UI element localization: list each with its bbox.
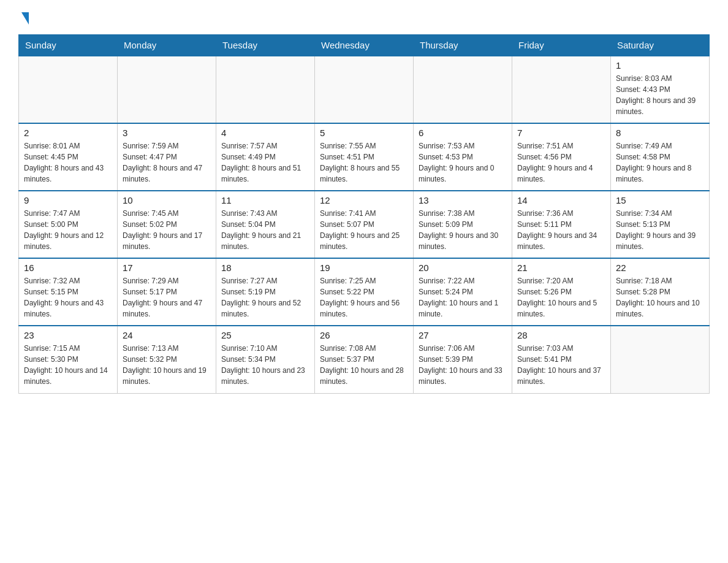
day-sun-info: Sunrise: 7:25 AMSunset: 5:22 PMDaylight:… xyxy=(320,275,408,320)
calendar-week-row: 1Sunrise: 8:03 AMSunset: 4:43 PMDaylight… xyxy=(19,56,710,123)
day-number: 6 xyxy=(419,128,507,138)
day-sun-info: Sunrise: 7:13 AMSunset: 5:32 PMDaylight:… xyxy=(123,343,211,387)
calendar-day-cell: 18Sunrise: 7:27 AMSunset: 5:19 PMDayligh… xyxy=(216,258,315,326)
day-sun-info: Sunrise: 7:15 AMSunset: 5:30 PMDaylight:… xyxy=(24,343,112,387)
day-sun-info: Sunrise: 7:29 AMSunset: 5:17 PMDaylight:… xyxy=(123,275,211,320)
calendar-day-cell: 22Sunrise: 7:18 AMSunset: 5:28 PMDayligh… xyxy=(611,258,710,326)
day-sun-info: Sunrise: 7:08 AMSunset: 5:37 PMDaylight:… xyxy=(320,343,408,387)
day-number: 18 xyxy=(221,262,309,273)
calendar-day-cell: 13Sunrise: 7:38 AMSunset: 5:09 PMDayligh… xyxy=(414,191,512,258)
day-number: 12 xyxy=(320,195,408,205)
calendar-day-cell: 12Sunrise: 7:41 AMSunset: 5:07 PMDayligh… xyxy=(315,191,414,258)
calendar-day-cell: 2Sunrise: 8:01 AMSunset: 4:45 PMDaylight… xyxy=(19,123,118,191)
day-number: 28 xyxy=(517,330,605,340)
day-of-week-header: Friday xyxy=(512,35,611,56)
calendar-week-row: 9Sunrise: 7:47 AMSunset: 5:00 PMDaylight… xyxy=(19,191,710,258)
calendar-day-cell xyxy=(414,56,512,123)
day-number: 26 xyxy=(320,330,408,340)
calendar-day-cell: 16Sunrise: 7:32 AMSunset: 5:15 PMDayligh… xyxy=(19,258,118,326)
calendar-day-cell: 23Sunrise: 7:15 AMSunset: 5:30 PMDayligh… xyxy=(19,326,118,393)
calendar-day-cell: 28Sunrise: 7:03 AMSunset: 5:41 PMDayligh… xyxy=(512,326,611,393)
day-of-week-header: Wednesday xyxy=(315,35,414,56)
calendar-table: SundayMondayTuesdayWednesdayThursdayFrid… xyxy=(18,34,710,394)
day-sun-info: Sunrise: 7:18 AMSunset: 5:28 PMDaylight:… xyxy=(616,275,704,320)
day-number: 21 xyxy=(517,262,605,273)
calendar-day-cell xyxy=(118,56,216,123)
calendar-week-row: 16Sunrise: 7:32 AMSunset: 5:15 PMDayligh… xyxy=(19,258,710,326)
calendar-day-cell xyxy=(19,56,118,123)
day-number: 3 xyxy=(123,128,211,138)
day-sun-info: Sunrise: 7:38 AMSunset: 5:09 PMDaylight:… xyxy=(419,208,507,252)
calendar-day-cell xyxy=(315,56,414,123)
day-number: 1 xyxy=(616,60,704,71)
day-of-week-header: Thursday xyxy=(414,35,512,56)
calendar-day-cell: 26Sunrise: 7:08 AMSunset: 5:37 PMDayligh… xyxy=(315,326,414,393)
day-of-week-header: Saturday xyxy=(611,35,710,56)
day-sun-info: Sunrise: 7:06 AMSunset: 5:39 PMDaylight:… xyxy=(419,343,507,387)
day-of-week-header: Monday xyxy=(118,35,216,56)
calendar-day-cell: 6Sunrise: 7:53 AMSunset: 4:53 PMDaylight… xyxy=(414,123,512,191)
day-sun-info: Sunrise: 7:32 AMSunset: 5:15 PMDaylight:… xyxy=(24,275,112,320)
calendar-day-cell xyxy=(512,56,611,123)
calendar-day-cell xyxy=(611,326,710,393)
logo-triangle-icon xyxy=(21,12,29,25)
day-sun-info: Sunrise: 8:03 AMSunset: 4:43 PMDaylight:… xyxy=(616,73,704,117)
day-sun-info: Sunrise: 7:03 AMSunset: 5:41 PMDaylight:… xyxy=(517,343,605,387)
day-sun-info: Sunrise: 7:20 AMSunset: 5:26 PMDaylight:… xyxy=(517,275,605,320)
day-sun-info: Sunrise: 7:27 AMSunset: 5:19 PMDaylight:… xyxy=(221,275,309,320)
day-number: 22 xyxy=(616,262,704,273)
calendar-day-cell: 11Sunrise: 7:43 AMSunset: 5:04 PMDayligh… xyxy=(216,191,315,258)
day-number: 27 xyxy=(419,330,507,340)
day-number: 23 xyxy=(24,330,112,340)
day-sun-info: Sunrise: 7:41 AMSunset: 5:07 PMDaylight:… xyxy=(320,208,408,252)
calendar-day-cell: 14Sunrise: 7:36 AMSunset: 5:11 PMDayligh… xyxy=(512,191,611,258)
day-number: 17 xyxy=(123,262,211,273)
day-number: 19 xyxy=(320,262,408,273)
calendar-day-cell: 27Sunrise: 7:06 AMSunset: 5:39 PMDayligh… xyxy=(414,326,512,393)
day-number: 4 xyxy=(221,128,309,138)
calendar-body: 1Sunrise: 8:03 AMSunset: 4:43 PMDaylight… xyxy=(19,56,710,393)
day-sun-info: Sunrise: 7:59 AMSunset: 4:47 PMDaylight:… xyxy=(123,140,211,185)
calendar-day-cell xyxy=(216,56,315,123)
day-number: 25 xyxy=(221,330,309,340)
day-number: 8 xyxy=(616,128,704,138)
calendar-day-cell: 17Sunrise: 7:29 AMSunset: 5:17 PMDayligh… xyxy=(118,258,216,326)
day-number: 15 xyxy=(616,195,704,205)
day-number: 24 xyxy=(123,330,211,340)
day-number: 13 xyxy=(419,195,507,205)
day-sun-info: Sunrise: 7:10 AMSunset: 5:34 PMDaylight:… xyxy=(221,343,309,387)
calendar-day-cell: 5Sunrise: 7:55 AMSunset: 4:51 PMDaylight… xyxy=(315,123,414,191)
day-number: 14 xyxy=(517,195,605,205)
day-sun-info: Sunrise: 7:36 AMSunset: 5:11 PMDaylight:… xyxy=(517,208,605,252)
calendar-day-cell: 20Sunrise: 7:22 AMSunset: 5:24 PMDayligh… xyxy=(414,258,512,326)
calendar-day-cell: 7Sunrise: 7:51 AMSunset: 4:56 PMDaylight… xyxy=(512,123,611,191)
calendar-day-cell: 8Sunrise: 7:49 AMSunset: 4:58 PMDaylight… xyxy=(611,123,710,191)
day-sun-info: Sunrise: 7:57 AMSunset: 4:49 PMDaylight:… xyxy=(221,140,309,185)
calendar-day-cell: 3Sunrise: 7:59 AMSunset: 4:47 PMDaylight… xyxy=(118,123,216,191)
page-header xyxy=(18,12,710,28)
day-number: 7 xyxy=(517,128,605,138)
day-sun-info: Sunrise: 7:53 AMSunset: 4:53 PMDaylight:… xyxy=(419,140,507,185)
day-number: 11 xyxy=(221,195,309,205)
calendar-day-cell: 24Sunrise: 7:13 AMSunset: 5:32 PMDayligh… xyxy=(118,326,216,393)
day-sun-info: Sunrise: 7:22 AMSunset: 5:24 PMDaylight:… xyxy=(419,275,507,320)
day-number: 10 xyxy=(123,195,211,205)
logo xyxy=(18,12,29,28)
day-sun-info: Sunrise: 7:47 AMSunset: 5:00 PMDaylight:… xyxy=(24,208,112,252)
calendar-week-row: 2Sunrise: 8:01 AMSunset: 4:45 PMDaylight… xyxy=(19,123,710,191)
calendar-day-cell: 10Sunrise: 7:45 AMSunset: 5:02 PMDayligh… xyxy=(118,191,216,258)
day-sun-info: Sunrise: 7:51 AMSunset: 4:56 PMDaylight:… xyxy=(517,140,605,185)
day-of-week-header: Tuesday xyxy=(216,35,315,56)
calendar-day-cell: 9Sunrise: 7:47 AMSunset: 5:00 PMDaylight… xyxy=(19,191,118,258)
day-number: 16 xyxy=(24,262,112,273)
day-sun-info: Sunrise: 7:34 AMSunset: 5:13 PMDaylight:… xyxy=(616,208,704,252)
day-sun-info: Sunrise: 8:01 AMSunset: 4:45 PMDaylight:… xyxy=(24,140,112,185)
day-sun-info: Sunrise: 7:49 AMSunset: 4:58 PMDaylight:… xyxy=(616,140,704,185)
day-number: 2 xyxy=(24,128,112,138)
days-of-week-row: SundayMondayTuesdayWednesdayThursdayFrid… xyxy=(19,35,710,56)
calendar-week-row: 23Sunrise: 7:15 AMSunset: 5:30 PMDayligh… xyxy=(19,326,710,393)
day-of-week-header: Sunday xyxy=(19,35,118,56)
calendar-day-cell: 4Sunrise: 7:57 AMSunset: 4:49 PMDaylight… xyxy=(216,123,315,191)
calendar-day-cell: 21Sunrise: 7:20 AMSunset: 5:26 PMDayligh… xyxy=(512,258,611,326)
day-sun-info: Sunrise: 7:45 AMSunset: 5:02 PMDaylight:… xyxy=(123,208,211,252)
